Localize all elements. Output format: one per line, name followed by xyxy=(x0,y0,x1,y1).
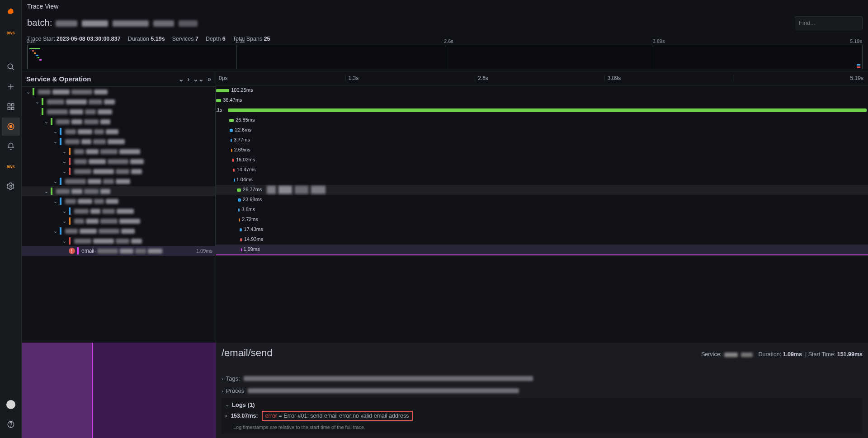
span-tree-row[interactable]: ⌄ xyxy=(22,156,216,166)
main-panel: Trace View batch: Trace Start 2023-05-08… xyxy=(22,0,868,438)
svg-point-10 xyxy=(9,185,12,188)
log-hint: Log timestamps are relative to the start… xyxy=(225,423,859,431)
trace-minimap[interactable]: 0us1.3s2.6s3.89s5.19s xyxy=(27,45,863,69)
span-tree-row[interactable]: ⌄ xyxy=(22,236,216,246)
span-tree-row[interactable]: ⌄ xyxy=(22,117,216,127)
chevron-right-icon[interactable]: › xyxy=(222,388,223,394)
user-avatar[interactable] xyxy=(2,396,20,414)
search-icon[interactable] xyxy=(2,58,20,76)
chevron-down-icon[interactable]: ⌄ xyxy=(53,198,60,204)
detail-title: /email/send xyxy=(222,347,273,359)
chevron-down-icon[interactable]: ⌄ xyxy=(62,238,69,244)
chevron-down-icon[interactable]: ⌄ xyxy=(44,119,51,125)
span-bar-row[interactable]: 3.77ms xyxy=(216,135,868,145)
error-icon: ! xyxy=(69,248,75,254)
span-bar-row[interactable]: 23.98ms xyxy=(216,195,868,205)
span-tree-row[interactable]: ⌄ xyxy=(22,137,216,146)
svg-rect-6 xyxy=(8,108,10,110)
dashboards-icon[interactable] xyxy=(2,98,20,116)
span-bar-row[interactable]: 26.77ms xyxy=(216,185,868,195)
svg-rect-4 xyxy=(8,104,10,106)
explore-icon[interactable] xyxy=(2,118,20,136)
span-bar-row[interactable]: .1s xyxy=(216,105,868,115)
span-tree-row[interactable]: ⌄ xyxy=(22,127,216,137)
svg-point-12 xyxy=(10,426,11,426)
span-tree-row[interactable]: ⌄ xyxy=(22,146,216,156)
trace-title: batch: xyxy=(27,18,198,28)
plus-icon[interactable] xyxy=(2,78,20,96)
svg-line-1 xyxy=(12,68,14,70)
chevron-down-icon[interactable]: ⌄ xyxy=(26,89,33,95)
chevron-down-icon[interactable]: ⌄ xyxy=(62,169,69,174)
span-bar-row[interactable]: 2.69ms xyxy=(216,145,868,155)
span-tree-row[interactable]: ⌄ xyxy=(22,206,216,216)
find-input[interactable] xyxy=(795,16,863,29)
svg-marker-9 xyxy=(9,125,12,128)
alerting-icon[interactable] xyxy=(2,137,20,155)
span-tree-row[interactable]: ⌄ xyxy=(22,226,216,236)
sidebar: aws aws xyxy=(0,0,22,438)
span-bar-row[interactable]: 3.8ms xyxy=(216,205,868,215)
span-tree-row[interactable]: ⌄ xyxy=(22,97,216,107)
timeline-ruler: 0μs1.3s2.6s3.89s5.19s xyxy=(216,71,868,85)
span-detail-panel: /email/send Service: Duration: 1.09ms | … xyxy=(22,343,868,438)
span-tree-row[interactable]: ⌄ xyxy=(22,186,216,196)
span-detail xyxy=(216,254,868,255)
chevron-down-icon[interactable]: ⌄ xyxy=(225,402,229,408)
span-bar-row[interactable]: 1.04ms xyxy=(216,175,868,185)
span-bar-row[interactable]: 2.72ms xyxy=(216,215,868,225)
aws-icon[interactable]: aws xyxy=(2,24,20,42)
chevron-down-icon[interactable]: ⌄ xyxy=(62,149,69,155)
expand-one-icon[interactable]: › xyxy=(188,75,190,83)
chevron-down-icon[interactable]: ⌄ xyxy=(44,188,51,194)
span-bar-row[interactable]: 14.47ms xyxy=(216,165,868,175)
span-bar-row[interactable]: 1.09ms xyxy=(216,245,868,254)
span-bar-row[interactable]: 100.25ms xyxy=(216,85,868,95)
collapse-one-icon[interactable]: ⌄ xyxy=(179,75,184,83)
chevron-down-icon[interactable]: ⌄ xyxy=(53,228,60,234)
help-icon[interactable] xyxy=(2,415,20,433)
chevron-down-icon[interactable]: ⌄ xyxy=(53,139,60,145)
detail-process-row[interactable]: › Proces xyxy=(222,385,863,397)
service-operation-header: Service & Operation ⌄ › ⌄⌄ » xyxy=(22,71,216,87)
span-bars: 100.25ms36.47ms.1s26.85ms22.6ms3.77ms2.6… xyxy=(216,85,868,254)
span-tree-row[interactable]: !email-1.09ms xyxy=(22,246,216,256)
chevron-right-icon[interactable]: › xyxy=(225,413,227,419)
svg-rect-7 xyxy=(11,108,14,110)
span-bar-row[interactable]: 22.6ms xyxy=(216,125,868,135)
span-bar-row[interactable]: 36.47ms xyxy=(216,95,868,105)
span-bar-row[interactable]: 14.93ms xyxy=(216,235,868,245)
span-tree-row[interactable]: ⌄ xyxy=(22,166,216,176)
span-bar-row[interactable]: 17.43ms xyxy=(216,225,868,235)
collapse-all-icon[interactable]: ⌄⌄ xyxy=(193,75,204,83)
expand-all-icon[interactable]: » xyxy=(208,75,211,83)
span-tree-row[interactable]: ⌄ xyxy=(22,87,216,97)
span-tree-row[interactable]: ⌄ xyxy=(22,216,216,226)
settings-icon[interactable] xyxy=(2,177,20,195)
span-bar-row[interactable]: 26.85ms xyxy=(216,115,868,125)
chevron-down-icon[interactable]: ⌄ xyxy=(62,208,69,214)
chevron-down-icon[interactable]: ⌄ xyxy=(62,218,69,224)
page-title: Trace View xyxy=(22,0,868,13)
log-entry[interactable]: › 153.07ms: error = Error #01: send emai… xyxy=(225,409,859,423)
chevron-down-icon[interactable]: ⌄ xyxy=(62,159,69,165)
span-tree: ⌄⌄⌄⌄⌄⌄⌄⌄⌄⌄⌄⌄⌄⌄⌄!email-1.09ms xyxy=(22,87,216,256)
detail-logs: ⌄ Logs (1) › 153.07ms: error = Error #01… xyxy=(222,398,863,433)
chevron-right-icon[interactable]: › xyxy=(222,376,223,381)
detail-tags-row[interactable]: › Tags: xyxy=(222,372,863,385)
aws-datasource-icon[interactable]: aws xyxy=(2,157,20,175)
svg-point-0 xyxy=(8,64,13,69)
log-error-highlight: error = Error #01: send email error:no v… xyxy=(262,411,413,421)
chevron-down-icon[interactable]: ⌄ xyxy=(53,179,60,184)
chevron-down-icon[interactable]: ⌄ xyxy=(35,99,42,105)
span-tree-row[interactable]: ⌄ xyxy=(22,196,216,206)
span-tree-row[interactable] xyxy=(22,107,216,117)
span-bar-row[interactable]: 16.02ms xyxy=(216,155,868,165)
span-tree-row[interactable]: ⌄ xyxy=(22,176,216,186)
chevron-down-icon[interactable]: ⌄ xyxy=(53,129,60,135)
svg-rect-5 xyxy=(11,104,14,106)
grafana-logo-icon[interactable] xyxy=(2,4,20,22)
